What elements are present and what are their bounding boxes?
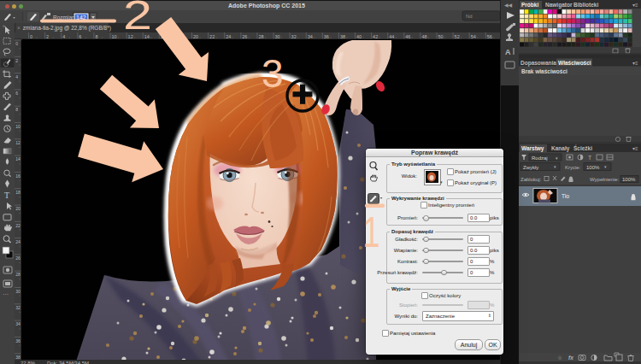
svg-text:28: 28 [258, 34, 263, 39]
svg-text:12: 12 [15, 140, 21, 145]
svg-text:20: 20 [15, 206, 21, 211]
svg-text:26: 26 [242, 34, 247, 39]
svg-text:34: 34 [15, 321, 21, 326]
svg-text:Wypełnienie:: Wypełnienie: [590, 177, 620, 182]
svg-text:fx: fx [568, 355, 573, 361]
svg-text:26: 26 [15, 255, 21, 261]
svg-text:48: 48 [421, 34, 426, 39]
svg-text:100%: 100% [622, 177, 636, 182]
svg-text:12: 12 [128, 34, 133, 39]
svg-text:40: 40 [356, 34, 362, 39]
svg-text:Nd: Nd [466, 14, 473, 19]
svg-text:38: 38 [340, 34, 345, 39]
svg-text:Tło: Tło [562, 193, 569, 199]
svg-text:Ścieżki: Ścieżki [573, 144, 592, 151]
svg-text:22: 22 [15, 223, 21, 228]
svg-text:A: A [505, 48, 511, 56]
svg-text:16: 16 [161, 34, 166, 39]
svg-text:30: 30 [275, 34, 280, 39]
svg-text:28: 28 [15, 272, 21, 277]
svg-text:Próbki: Próbki [521, 2, 538, 8]
svg-text:8: 8 [15, 107, 18, 112]
svg-text:30: 30 [15, 289, 21, 294]
svg-text:50: 50 [438, 34, 444, 39]
svg-text:14: 14 [15, 156, 21, 161]
svg-text:100%: 100% [586, 165, 600, 170]
svg-text:24: 24 [226, 34, 231, 39]
svg-text:2: 2 [15, 58, 18, 63]
svg-text:6: 6 [15, 91, 18, 96]
svg-text:Rodzaj: Rodzaj [532, 156, 548, 161]
svg-text:46: 46 [405, 34, 410, 39]
svg-text:34: 34 [308, 34, 313, 39]
svg-text:52: 52 [455, 34, 460, 39]
svg-text:4: 4 [62, 34, 65, 39]
svg-text:36: 36 [15, 338, 21, 343]
svg-text:Kanały: Kanały [551, 145, 570, 152]
svg-text:32: 32 [291, 34, 297, 39]
svg-text:T: T [4, 191, 9, 200]
svg-text:2: 2 [46, 34, 49, 39]
svg-text:22: 22 [209, 34, 215, 39]
svg-text:▾≡: ▾≡ [632, 61, 638, 66]
svg-text:6: 6 [79, 34, 81, 39]
svg-text:38: 38 [15, 355, 21, 360]
svg-text:Nawigator: Nawigator [545, 2, 573, 9]
svg-text:32: 32 [15, 305, 21, 310]
svg-text:18: 18 [177, 34, 182, 39]
svg-text:54: 54 [471, 34, 476, 39]
svg-text:▾≡: ▾≡ [632, 146, 638, 151]
svg-text:16: 16 [15, 173, 21, 179]
svg-text:Właściwości: Właściwości [558, 60, 591, 66]
svg-text:56: 56 [487, 34, 492, 39]
svg-text:Zablokuj:: Zablokuj: [520, 177, 542, 182]
svg-text:42: 42 [373, 34, 378, 39]
svg-text:44: 44 [389, 34, 394, 39]
svg-text:Krycie:: Krycie: [565, 165, 581, 170]
svg-text:4: 4 [15, 74, 18, 79]
svg-text:10: 10 [15, 124, 21, 129]
svg-text:Brak właściwości: Brak właściwości [521, 68, 567, 74]
svg-text:Biblioteki: Biblioteki [573, 2, 598, 8]
svg-text:0: 0 [15, 41, 18, 46]
svg-text:Dopasowania: Dopasowania [520, 60, 556, 67]
svg-text:24: 24 [15, 239, 21, 244]
svg-text:▾≡: ▾≡ [632, 3, 638, 8]
svg-text:Warstwy: Warstwy [521, 145, 544, 152]
svg-text:⋯: ⋯ [3, 291, 9, 297]
svg-text:8: 8 [95, 34, 97, 39]
svg-text:20: 20 [193, 34, 198, 39]
svg-text:10: 10 [112, 34, 117, 39]
svg-text:◀◀: ◀◀ [504, 3, 513, 8]
svg-text:0: 0 [30, 34, 32, 39]
svg-text:14: 14 [144, 34, 150, 39]
svg-text:Zwykły: Zwykły [523, 165, 538, 170]
svg-text:36: 36 [324, 34, 329, 39]
svg-text:T: T [588, 155, 592, 161]
svg-text:18: 18 [15, 190, 21, 195]
